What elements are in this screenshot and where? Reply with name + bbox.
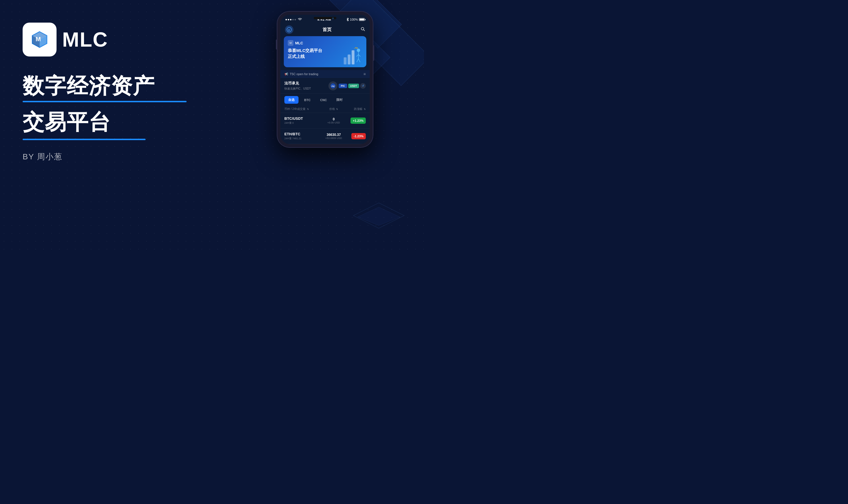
main-title-line2: 交易平台 bbox=[23, 110, 111, 134]
fiat-badges: PIC PIC USDT ↺ bbox=[329, 82, 366, 90]
svg-line-14 bbox=[356, 55, 358, 56]
svg-rect-10 bbox=[348, 55, 351, 65]
svg-line-16 bbox=[357, 59, 358, 62]
coin-row-btc[interactable]: BTC/USDT 24H量 0 0 ≈0.00 USD +1.23% bbox=[280, 113, 370, 128]
coin-price-eth: 36630.37 bbox=[321, 133, 346, 137]
by-author: BY 周小葱 bbox=[23, 151, 187, 162]
coin-price-col-btc: 0 ≈0.00 USD bbox=[321, 117, 346, 124]
svg-point-12 bbox=[357, 49, 360, 52]
tab-bar: 自选 BTC CNC 限时 bbox=[280, 94, 370, 105]
logo-box: M bbox=[23, 23, 56, 56]
search-button[interactable] bbox=[361, 27, 365, 33]
signal-dot-1 bbox=[285, 19, 287, 20]
banner-logo-icon: M bbox=[288, 40, 294, 46]
tab-limited[interactable]: 限时 bbox=[332, 96, 347, 104]
change-badge-btc: +1.23% bbox=[351, 118, 366, 124]
sort-arrow-1: ⇅ bbox=[307, 108, 309, 110]
banner-chart-icon bbox=[341, 44, 364, 67]
ticker-text: 📢 T5C open for trading bbox=[284, 72, 318, 76]
camera-dot bbox=[332, 18, 334, 19]
svg-text:M: M bbox=[36, 36, 41, 43]
fiat-subtitle: 快速兑换PIC、USDT bbox=[284, 87, 311, 91]
signal-area bbox=[285, 18, 302, 21]
fiat-badge-pic: PIC bbox=[339, 84, 347, 88]
svg-line-17 bbox=[358, 59, 360, 62]
tab-btc[interactable]: BTC bbox=[300, 96, 315, 104]
coin-usd-btc: ≈0.00 USD bbox=[321, 121, 346, 124]
main-title-line1: 数字经济资产 bbox=[23, 73, 187, 98]
ticker-message: T5C open for trading bbox=[290, 72, 318, 76]
signal-dot-3 bbox=[290, 19, 292, 20]
bluetooth-icon bbox=[347, 18, 349, 21]
coin-row-eth[interactable]: ETH/BTC 24H量 7481.21 36630.37 ≈53.0809 U… bbox=[280, 128, 370, 144]
coin-info-btc: BTC/USDT 24H量 0 bbox=[284, 116, 321, 125]
nav-bar: M 首页 bbox=[280, 23, 370, 36]
ticker-bar: 📢 T5C open for trading ≡ bbox=[280, 70, 370, 78]
phone-outer-frame: 9:41 AM 100% M bbox=[277, 11, 373, 147]
svg-rect-11 bbox=[352, 50, 354, 65]
banner-logo-text: MLC bbox=[295, 41, 303, 45]
svg-line-15 bbox=[358, 55, 360, 56]
left-section: M MLC 数字经济资产 交易平台 BY 周小葱 bbox=[23, 23, 187, 162]
coin-change-btc: +1.23% bbox=[346, 118, 366, 124]
coin-vol-btc: 24H量 0 bbox=[284, 121, 321, 125]
coin-pair-eth: ETH/BTC bbox=[284, 132, 321, 136]
battery-fill bbox=[359, 19, 364, 20]
table-header: 币种 / 24h成交量 ⇅ 价格 ⇅ 跌涨幅 ⇅ bbox=[280, 105, 370, 113]
svg-line-8 bbox=[364, 30, 365, 31]
nav-title: 首页 bbox=[322, 27, 332, 33]
banner[interactable]: M MLC 恭喜MLC交易平台 正式上线 bbox=[284, 36, 366, 67]
phone-screen: 9:41 AM 100% M bbox=[280, 15, 370, 144]
signal-dot-5 bbox=[295, 19, 296, 20]
svg-marker-21 bbox=[357, 207, 400, 226]
sort-arrow-3: ⇅ bbox=[364, 108, 366, 110]
bottom-diamond-svg bbox=[351, 200, 407, 234]
title-underline-2 bbox=[23, 139, 145, 140]
svg-text:M: M bbox=[288, 29, 290, 31]
table-header-pair: 币种 / 24h成交量 ⇅ bbox=[284, 107, 321, 111]
fiat-title: 法币承兑 bbox=[284, 81, 311, 86]
search-icon bbox=[361, 27, 365, 31]
coin-price-btc: 0 bbox=[321, 117, 346, 121]
logo-brand-text: MLC bbox=[62, 28, 108, 51]
battery-area: 100% bbox=[347, 18, 365, 21]
nav-logo[interactable]: M bbox=[285, 25, 294, 34]
wifi-icon bbox=[298, 18, 302, 21]
table-header-price: 价格 ⇅ bbox=[321, 107, 346, 111]
signal-dot-2 bbox=[288, 19, 289, 20]
tab-favorites[interactable]: 自选 bbox=[284, 96, 299, 104]
fiat-refresh-button[interactable]: ↺ bbox=[360, 83, 366, 89]
ticker-menu-icon[interactable]: ≡ bbox=[364, 72, 366, 76]
tab-cnc[interactable]: CNC bbox=[316, 96, 331, 104]
coin-info-eth: ETH/BTC 24H量 7481.21 bbox=[284, 132, 321, 140]
svg-rect-9 bbox=[344, 57, 347, 65]
coin-change-eth: -1.23% bbox=[346, 133, 366, 139]
svg-marker-20 bbox=[353, 203, 404, 228]
coin-vol-eth: 24H量 7481.21 bbox=[284, 137, 321, 140]
signal-dot-4 bbox=[292, 19, 294, 20]
pic-icon: PIC bbox=[329, 82, 337, 90]
phone-mockup: 9:41 AM 100% M bbox=[277, 11, 373, 147]
coin-usd-eth: ≈53.0809 USD bbox=[321, 137, 346, 140]
sort-arrow-2: ⇅ bbox=[336, 108, 338, 110]
pic-avatar-icon: PIC bbox=[330, 83, 336, 89]
coin-pair-btc: BTC/USDT bbox=[284, 116, 321, 121]
bottom-diamond-decoration bbox=[351, 200, 407, 235]
fiat-section[interactable]: 法币承兑 快速兑换PIC、USDT PIC PIC USDT ↺ bbox=[280, 78, 370, 94]
table-header-change: 跌涨幅 ⇅ bbox=[346, 107, 366, 111]
coin-price-col-eth: 36630.37 ≈53.0809 USD bbox=[321, 133, 346, 140]
logo-row: M MLC bbox=[23, 23, 187, 56]
fiat-info: 法币承兑 快速兑换PIC、USDT bbox=[284, 81, 311, 91]
speaker-icon: 📢 bbox=[284, 72, 288, 76]
svg-text:PIC: PIC bbox=[332, 85, 335, 87]
title-underline-1 bbox=[23, 101, 187, 102]
nav-logo-icon: M bbox=[287, 27, 292, 32]
fiat-badge-usdt: USDT bbox=[348, 84, 359, 88]
banner-decoration bbox=[341, 44, 364, 67]
change-badge-eth: -1.23% bbox=[351, 133, 366, 139]
mlc-logo-icon: M bbox=[30, 30, 50, 50]
battery-percentage: 100% bbox=[350, 18, 358, 21]
battery-icon bbox=[359, 18, 365, 21]
